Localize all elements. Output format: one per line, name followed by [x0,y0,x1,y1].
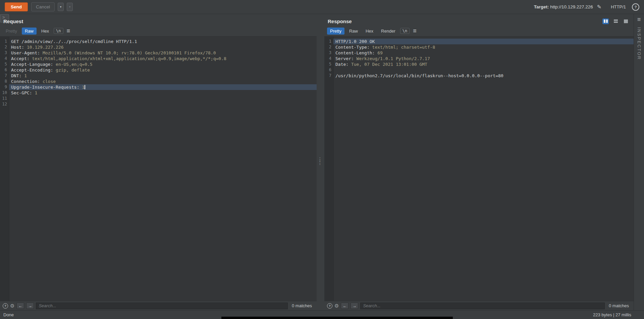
help-icon[interactable]: ? [632,3,639,11]
code-line[interactable]: 8Connection: close [0,79,317,84]
arrow-left-icon: ← [343,304,347,308]
response-editor-menu-icon[interactable]: ≡ [413,28,417,35]
line-number: 1 [0,39,9,44]
history-forward-menu-button[interactable]: ▾ [67,3,73,11]
code-line[interactable]: 7DNT: 1 [0,73,317,79]
code-line[interactable]: 5Date: Tue, 07 Dec 2021 13:01:00 GMT [324,61,634,67]
send-button[interactable]: Send [5,2,28,11]
tab-render[interactable]: Render [378,28,398,35]
inspector-panel[interactable]: ≡ INSPECTOR [634,14,644,310]
code-segment: Mozilla/5.0 (Windows NT 10.0; rv:78.0) G… [40,50,216,55]
tab-pretty[interactable]: Pretty [327,28,344,35]
code-segment: close [40,79,56,84]
code-line[interactable]: 7/usr/bin/python2.7/usr/local/bin/flaskr… [324,73,634,79]
search-settings-gear-icon[interactable]: ⚙ [10,303,14,308]
panel-split-divider[interactable]: ⋮ ⋮ [317,14,324,310]
code-segment: GET /admin/view/../../proc/self/cmdline … [11,39,137,44]
chevron-down-icon: ▾ [69,5,70,8]
tab-hex[interactable]: Hex [363,28,376,35]
inspector-label[interactable]: INSPECTOR [637,27,642,60]
code-line[interactable]: 12 [0,101,317,107]
history-back-menu-button[interactable]: ▾ [58,3,64,11]
search-prev-button[interactable]: ← [341,303,348,309]
code-segment: Server: [335,56,354,61]
code-line[interactable]: 4Server: Werkzeug/1.0.1 Python/2.7.17 [324,56,634,61]
code-line[interactable]: 2Content-Type: text/html; charset=utf-8 [324,44,634,50]
code-segment: Upgrade-Insecure-Requests: [11,85,79,90]
response-editor[interactable]: 1HTTP/1.0 200 OK2Content-Type: text/html… [324,36,634,301]
code-line[interactable]: 4Accept: text/html,application/xhtml+xml… [0,56,317,61]
arrow-right-icon: → [28,304,32,308]
response-tabs: PrettyRawHexRender\n [327,28,410,35]
layout-single-icon[interactable] [623,18,629,24]
tab-raw[interactable]: Raw [22,28,37,35]
inspector-menu-icon[interactable]: ≡ [637,16,641,23]
line-number: 7 [0,73,9,79]
tab-n[interactable]: \n [54,28,63,34]
line-number: 3 [0,50,9,56]
search-next-button[interactable]: → [351,303,358,309]
code-line[interactable]: 6 [324,67,634,73]
code-segment: Accept-Encoding: [11,67,53,73]
request-panel-title: Request [3,18,23,24]
code-line[interactable]: 1GET /admin/view/../../proc/self/cmdline… [0,39,317,44]
code-line[interactable]: 2Host: 10.129.227.226 [0,44,317,50]
code-segment: HTTP/1.0 200 OK [335,39,375,44]
search-next-button[interactable]: → [26,303,34,309]
request-search-bar: ? ⚙ ← → 0 matches [0,301,317,310]
history-forward-group: > ▾ [67,3,73,11]
http-version-toggle[interactable]: HTTP/1 [611,4,626,9]
status-right-text: 223 bytes | 27 millis [593,312,641,317]
code-segment: /usr/bin/python2.7/usr/local/bin/flaskru… [335,73,503,78]
edit-target-icon[interactable]: ✎ [597,4,601,10]
search-prev-button[interactable]: ← [16,303,24,309]
request-search-input[interactable] [36,303,288,309]
tab-hex[interactable]: Hex [38,28,52,35]
response-search-input[interactable] [360,303,605,309]
code-segment: Accept-Language: [11,62,53,67]
code-segment: DNT: [11,73,21,78]
line-number: 3 [324,50,333,56]
request-title-row: Request [0,14,317,26]
status-left-text: Done [3,312,14,317]
line-number: 10 [0,90,9,96]
code-segment: gzip, deflate [53,67,90,73]
code-segment: Host: [11,45,24,50]
line-number: 5 [324,61,333,67]
request-editor[interactable]: 1GET /admin/view/../../proc/self/cmdline… [0,36,317,301]
response-tabrow: PrettyRawHexRender\n ≡ [324,26,634,36]
code-line[interactable]: 5Accept-Language: en-US,en;q=0.5 [0,61,317,67]
code-line[interactable]: 9Upgrade-Insecure-Requests: 1 [0,84,317,90]
response-title-row: Response [324,14,634,26]
line-number: 12 [0,101,9,107]
search-help-icon[interactable]: ? [327,303,332,309]
code-segment: text/html; charset=utf-8 [370,45,435,50]
code-line[interactable]: 6Accept-Encoding: gzip, deflate [0,67,317,73]
code-segment: Accept: [11,56,30,61]
tab-pretty[interactable]: Pretty [3,28,20,35]
response-panel: Response PrettyRawHexRender\n ≡ 1HTTP/1.… [324,14,634,310]
divider-grip-icon[interactable]: ⋮ ⋮ [318,157,322,165]
tab-raw[interactable]: Raw [346,28,361,35]
line-number: 6 [0,67,9,73]
search-settings-gear-icon[interactable]: ⚙ [334,303,339,308]
code-line[interactable]: 3Content-Length: 69 [324,50,634,56]
text-cursor [85,85,85,89]
layout-toggle-group [602,18,629,24]
request-search-matches: 0 matches [290,303,314,308]
request-editor-menu-icon[interactable]: ≡ [67,28,70,35]
search-help-icon[interactable]: ? [3,303,8,309]
cancel-button[interactable]: Cancel [31,2,55,11]
code-line[interactable]: 10Sec-GPC: 1 [0,90,317,96]
code-line[interactable]: 3User-Agent: Mozilla/5.0 (Windows NT 10.… [0,50,317,56]
code-line[interactable]: 1HTTP/1.0 200 OK [324,39,634,44]
target-url: http://10.129.227.226 [550,4,593,9]
request-panel: Request PrettyRawHex\n ≡ 1GET /admin/vie… [0,14,317,310]
code-line[interactable]: 11 [0,96,317,101]
layout-columns-icon[interactable] [602,18,609,24]
target-label: Target: [534,4,549,9]
layout-rows-icon[interactable] [612,18,619,24]
tab-n[interactable]: \n [400,28,410,34]
code-segment: Tue, 07 Dec 2021 13:01:00 GMT [348,62,427,67]
line-number: 4 [324,56,333,61]
